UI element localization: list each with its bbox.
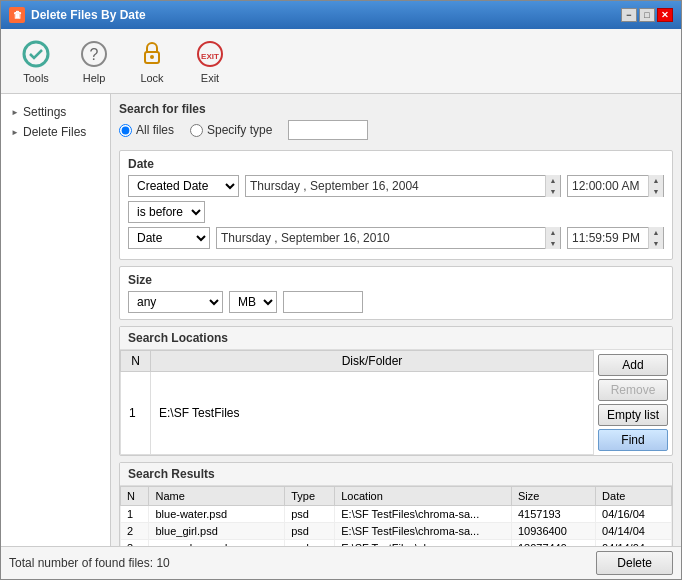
col-folder-header: Disk/Folder — [151, 351, 594, 372]
locations-section: Search Locations N Disk/Folder 1E:\SF Te… — [119, 326, 673, 456]
all-files-radio-group[interactable]: All files — [119, 123, 174, 137]
specify-type-input[interactable]: *.doc — [288, 120, 368, 140]
col-n-header: N — [121, 351, 151, 372]
end-date-down[interactable]: ▼ — [546, 238, 560, 249]
start-date-input[interactable]: Thursday , September 16, 2004 ▲ ▼ — [245, 175, 561, 197]
result-size: 13077449 — [511, 540, 595, 547]
empty-list-button[interactable]: Empty list — [598, 404, 668, 426]
date-second-type-select[interactable]: Date Time DateTime — [128, 227, 210, 249]
main-area: ► Settings ► Delete Files Search for fil… — [1, 94, 681, 546]
start-time-input[interactable]: 12:00:00 AM ▲ ▼ — [567, 175, 664, 197]
result-date: 04/14/04 — [596, 523, 672, 540]
date-row-3: Date Time DateTime Thursday , September … — [128, 227, 664, 249]
size-title: Size — [128, 273, 664, 287]
result-name: blue-water.psd — [149, 506, 285, 523]
table-row[interactable]: 3green_boy.psdpsdE:\SF TestFiles\chroma-… — [121, 540, 672, 547]
sidebar-item-settings[interactable]: ► Settings — [5, 102, 106, 122]
result-n: 1 — [121, 506, 149, 523]
end-time-up[interactable]: ▲ — [649, 227, 663, 238]
size-unit-select[interactable]: MB KB GB — [229, 291, 277, 313]
file-type-row: All files Specify type *.doc — [119, 120, 673, 140]
svg-point-0 — [24, 42, 48, 66]
exit-button[interactable]: EXIT Exit — [183, 33, 237, 89]
maximize-button[interactable]: □ — [639, 8, 655, 22]
add-button[interactable]: Add — [598, 354, 668, 376]
bottom-bar: Total number of found files: 10 Delete — [1, 546, 681, 579]
result-size: 10936400 — [511, 523, 595, 540]
table-row[interactable]: 1blue-water.psdpsdE:\SF TestFiles\chroma… — [121, 506, 672, 523]
start-time-text: 12:00:00 AM — [568, 177, 648, 195]
end-date-text: Thursday , September 16, 2010 — [217, 229, 545, 247]
result-type: psd — [285, 540, 335, 547]
end-time-down[interactable]: ▼ — [649, 238, 663, 249]
all-files-label: All files — [136, 123, 174, 137]
results-col-header: Location — [335, 487, 512, 506]
end-date-up[interactable]: ▲ — [546, 227, 560, 238]
end-date-spinners: ▲ ▼ — [545, 227, 560, 249]
bullet-icon: ► — [11, 108, 19, 116]
table-row[interactable]: 1E:\SF TestFiles — [121, 372, 594, 455]
content-area: Search for files All files Specify type … — [111, 94, 681, 546]
help-label: Help — [83, 72, 106, 84]
end-time-input[interactable]: 11:59:59 PM ▲ ▼ — [567, 227, 664, 249]
exit-icon: EXIT — [194, 38, 226, 70]
result-name: green_boy.psd — [149, 540, 285, 547]
tools-label: Tools — [23, 72, 49, 84]
start-date-text: Thursday , September 16, 2004 — [246, 177, 545, 195]
delete-button[interactable]: Delete — [596, 551, 673, 575]
end-time-spinners: ▲ ▼ — [648, 227, 663, 249]
size-value-input[interactable]: 0 — [283, 291, 363, 313]
results-table: NNameTypeLocationSizeDate 1blue-water.ps… — [120, 486, 672, 546]
date-condition-select[interactable]: is before is after is equal — [128, 201, 205, 223]
result-type: psd — [285, 523, 335, 540]
status-text: Total number of found files: 10 — [9, 556, 170, 570]
remove-button[interactable]: Remove — [598, 379, 668, 401]
find-button[interactable]: Find — [598, 429, 668, 451]
lock-button[interactable]: Lock — [125, 33, 179, 89]
specify-type-radio[interactable] — [190, 124, 203, 137]
result-location: E:\SF TestFiles\chroma-sa... — [335, 540, 512, 547]
end-date-input[interactable]: Thursday , September 16, 2010 ▲ ▼ — [216, 227, 561, 249]
size-condition-select[interactable]: any greater than less than — [128, 291, 223, 313]
date-section: Date Created Date Modified Date Accessed… — [119, 150, 673, 260]
minimize-button[interactable]: − — [621, 8, 637, 22]
specify-type-radio-group[interactable]: Specify type — [190, 123, 272, 137]
result-n: 2 — [121, 523, 149, 540]
lock-icon — [136, 38, 168, 70]
exit-label: Exit — [201, 72, 219, 84]
tools-icon — [20, 38, 52, 70]
start-date-up[interactable]: ▲ — [546, 175, 560, 186]
lock-label: Lock — [140, 72, 163, 84]
tools-button[interactable]: Tools — [9, 33, 63, 89]
svg-text:EXIT: EXIT — [201, 52, 219, 61]
help-button[interactable]: ? Help — [67, 33, 121, 89]
start-time-spinners: ▲ ▼ — [648, 175, 663, 197]
search-files-section: Search for files All files Specify type … — [119, 102, 673, 144]
close-button[interactable]: ✕ — [657, 8, 673, 22]
table-row[interactable]: 2blue_girl.psdpsdE:\SF TestFiles\chroma-… — [121, 523, 672, 540]
locations-buttons: Add Remove Empty list Find — [594, 350, 672, 455]
results-table-wrapper: NNameTypeLocationSizeDate 1blue-water.ps… — [120, 486, 672, 546]
sidebar-settings-label: Settings — [23, 105, 66, 119]
specify-type-label: Specify type — [207, 123, 272, 137]
result-location: E:\SF TestFiles\chroma-sa... — [335, 523, 512, 540]
sidebar-item-delete-files[interactable]: ► Delete Files — [5, 122, 106, 142]
locations-table: N Disk/Folder 1E:\SF TestFiles — [120, 350, 594, 455]
start-time-down[interactable]: ▼ — [649, 186, 663, 197]
start-time-up[interactable]: ▲ — [649, 175, 663, 186]
start-date-down[interactable]: ▼ — [546, 186, 560, 197]
results-col-header: Date — [596, 487, 672, 506]
bullet-icon-2: ► — [11, 128, 19, 136]
date-row-1: Created Date Modified Date Accessed Date… — [128, 175, 664, 197]
results-col-header: Type — [285, 487, 335, 506]
result-date: 04/14/04 — [596, 540, 672, 547]
sidebar: ► Settings ► Delete Files — [1, 94, 111, 546]
all-files-radio[interactable] — [119, 124, 132, 137]
results-header: Search Results — [120, 463, 672, 486]
date-type-select[interactable]: Created Date Modified Date Accessed Date — [128, 175, 239, 197]
main-window: 🗑 Delete Files By Date − □ ✕ Tools ? — [0, 0, 682, 580]
title-bar-left: 🗑 Delete Files By Date — [9, 7, 146, 23]
start-date-spinners: ▲ ▼ — [545, 175, 560, 197]
result-name: blue_girl.psd — [149, 523, 285, 540]
end-time-text: 11:59:59 PM — [568, 229, 648, 247]
